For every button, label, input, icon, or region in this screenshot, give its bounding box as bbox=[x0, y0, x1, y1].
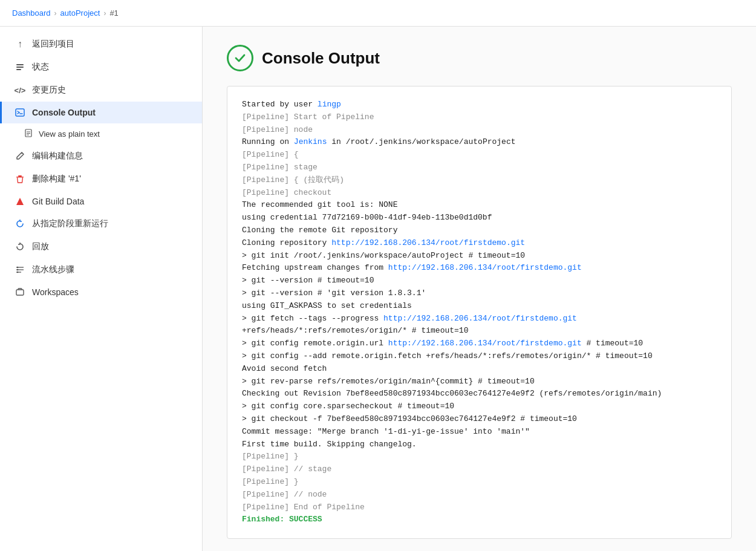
svg-point-15 bbox=[17, 267, 19, 269]
console-line-24: > git config core.sparsecheckout # timeo… bbox=[242, 402, 454, 411]
breadcrumb-project[interactable]: autoProject bbox=[60, 8, 100, 18]
breadcrumb-sep-2: › bbox=[103, 9, 106, 18]
console-line-11: Cloning the remote Git repository bbox=[242, 226, 397, 235]
console-line-5: [Pipeline] { bbox=[242, 150, 299, 159]
page-header: Console Output bbox=[227, 45, 732, 71]
sidebar-item-edit[interactable]: 编辑构建信息 bbox=[0, 145, 202, 168]
sidebar-item-restart[interactable]: 从指定阶段重新运行 bbox=[0, 212, 202, 235]
sidebar-item-plaintext[interactable]: View as plain text bbox=[0, 123, 202, 145]
console-line-19: > git config remote.origin.url http://19… bbox=[242, 339, 643, 348]
sidebar-item-status[interactable]: 状态 bbox=[0, 56, 202, 79]
workspaces-icon bbox=[14, 287, 26, 297]
console-line-9: The recommended git tool is: NONE bbox=[242, 200, 397, 209]
sidebar-label-changes: 变更历史 bbox=[32, 85, 66, 96]
breadcrumb: Dashboard › autoProject › #1 bbox=[0, 0, 756, 27]
console-line-4: Running on Jenkins in /root/.jenkins/wor… bbox=[242, 137, 516, 146]
console-line-27: First time build. Skipping changelog. bbox=[242, 440, 417, 449]
sidebar-label-replay: 回放 bbox=[32, 241, 49, 252]
repo-link-1[interactable]: http://192.168.206.134/root/firstdemo.gi… bbox=[331, 238, 525, 247]
sidebar-item-back[interactable]: ↑ 返回到项目 bbox=[0, 33, 202, 56]
status-icon bbox=[14, 62, 26, 72]
console-line-22: > git rev-parse refs/remotes/origin/main… bbox=[242, 377, 535, 386]
console-line-2: [Pipeline] Start of Pipeline bbox=[242, 112, 374, 122]
svg-rect-18 bbox=[16, 290, 24, 295]
restart-icon bbox=[14, 219, 26, 229]
sidebar-label-pipeline-steps: 流水线步骤 bbox=[32, 264, 74, 275]
sidebar-item-workspaces[interactable]: Workspaces bbox=[0, 281, 202, 303]
sidebar-label-delete: 删除构建 '#1' bbox=[32, 174, 81, 184]
console-line-14: Fetching upstream changes from http://19… bbox=[242, 263, 582, 272]
edit-icon bbox=[14, 151, 26, 161]
console-line-23: Checking out Revision 7bef8eed580c897193… bbox=[242, 389, 662, 398]
sidebar-label-git: Git Build Data bbox=[32, 197, 84, 206]
sidebar-item-changes[interactable]: </> 变更历史 bbox=[0, 79, 202, 102]
sidebar-label-plaintext: View as plain text bbox=[39, 129, 100, 139]
git-icon bbox=[14, 197, 26, 206]
console-line-1: Started by user lingp bbox=[242, 100, 341, 109]
console-line-26: Commit message: "Merge branch '1-di-yi-g… bbox=[242, 427, 530, 436]
console-line-17: using GIT_ASKPASS to set credentials bbox=[242, 301, 412, 310]
sidebar-label-back: 返回到项目 bbox=[32, 39, 74, 50]
delete-icon bbox=[14, 174, 26, 184]
repo-link-2[interactable]: http://192.168.206.134/root/firstdemo.gi… bbox=[388, 263, 582, 272]
changes-icon: </> bbox=[14, 86, 26, 95]
sidebar-label-status: 状态 bbox=[32, 62, 49, 73]
console-line-25: > git checkout -f 7bef8eed580c8971934bcc… bbox=[242, 414, 577, 423]
repo-link-4[interactable]: http://192.168.206.134/root/firstdemo.gi… bbox=[388, 339, 582, 348]
console-line-finished: Finished: SUCCESS bbox=[242, 515, 322, 524]
console-line-10: using credential 77d72169-b00b-41df-94eb… bbox=[242, 213, 492, 222]
breadcrumb-sep-1: › bbox=[54, 9, 57, 18]
sidebar-item-delete[interactable]: 删除构建 '#1' bbox=[0, 168, 202, 191]
console-line-8: [Pipeline] checkout bbox=[242, 188, 331, 197]
svg-rect-2 bbox=[16, 69, 21, 70]
user-link[interactable]: lingp bbox=[318, 100, 341, 109]
console-line-30: [Pipeline] } bbox=[242, 477, 299, 486]
console-line-16: > git --version # 'git version 1.8.3.1' bbox=[242, 289, 426, 298]
svg-rect-10 bbox=[16, 177, 24, 178]
sidebar-item-replay[interactable]: 回放 bbox=[0, 235, 202, 258]
svg-rect-1 bbox=[16, 67, 24, 68]
console-line-28: [Pipeline] } bbox=[242, 452, 299, 461]
console-line-6: [Pipeline] stage bbox=[242, 163, 318, 172]
plaintext-icon bbox=[24, 129, 33, 139]
success-icon bbox=[227, 45, 253, 71]
console-line-15: > git --version # timeout=10 bbox=[242, 276, 374, 285]
jenkins-link[interactable]: Jenkins bbox=[294, 137, 327, 146]
console-line-21: Avoid second fetch bbox=[242, 364, 327, 373]
sidebar-item-git[interactable]: Git Build Data bbox=[0, 191, 202, 212]
svg-rect-0 bbox=[16, 64, 24, 65]
sidebar-label-edit: 编辑构建信息 bbox=[32, 151, 83, 161]
breadcrumb-build: #1 bbox=[109, 8, 118, 18]
console-icon bbox=[14, 108, 26, 117]
sidebar-item-console[interactable]: Console Output bbox=[0, 102, 202, 123]
svg-marker-11 bbox=[16, 198, 24, 205]
svg-point-17 bbox=[17, 272, 19, 273]
sidebar-label-workspaces: Workspaces bbox=[32, 287, 79, 297]
page-title: Console Output bbox=[262, 49, 380, 68]
console-line-20: > git config --add remote.origin.fetch +… bbox=[242, 351, 653, 360]
console-line-12: Cloning repository http://192.168.206.13… bbox=[242, 238, 525, 247]
breadcrumb-dashboard[interactable]: Dashboard bbox=[12, 8, 51, 18]
repo-link-3[interactable]: http://192.168.206.134/root/firstdemo.gi… bbox=[383, 314, 577, 323]
console-line-13: > git init /root/.jenkins/workspace/auto… bbox=[242, 251, 525, 260]
svg-rect-9 bbox=[18, 175, 22, 177]
console-line-29: [Pipeline] // stage bbox=[242, 465, 331, 474]
svg-point-16 bbox=[17, 269, 19, 271]
console-line-7: [Pipeline] { (拉取代码) bbox=[242, 175, 344, 184]
console-line-18: > git fetch --tags --progress http://192… bbox=[242, 314, 577, 336]
sidebar: ↑ 返回到项目 状态 </> 变更历史 Console Output View … bbox=[0, 27, 203, 551]
replay-icon bbox=[14, 242, 26, 252]
sidebar-label-restart: 从指定阶段重新运行 bbox=[32, 218, 108, 229]
sidebar-label-console: Console Output bbox=[32, 108, 96, 117]
pipeline-steps-icon bbox=[14, 265, 26, 275]
console-line-31: [Pipeline] // node bbox=[242, 490, 327, 499]
main-content: Console Output Started by user lingp [Pi… bbox=[203, 27, 756, 551]
sidebar-item-pipeline-steps[interactable]: 流水线步骤 bbox=[0, 258, 202, 281]
console-line-3: [Pipeline] node bbox=[242, 125, 313, 134]
console-line-32: [Pipeline] End of Pipeline bbox=[242, 503, 365, 512]
back-icon: ↑ bbox=[14, 39, 26, 50]
console-output-box: Started by user lingp [Pipeline] Start o… bbox=[227, 86, 732, 539]
